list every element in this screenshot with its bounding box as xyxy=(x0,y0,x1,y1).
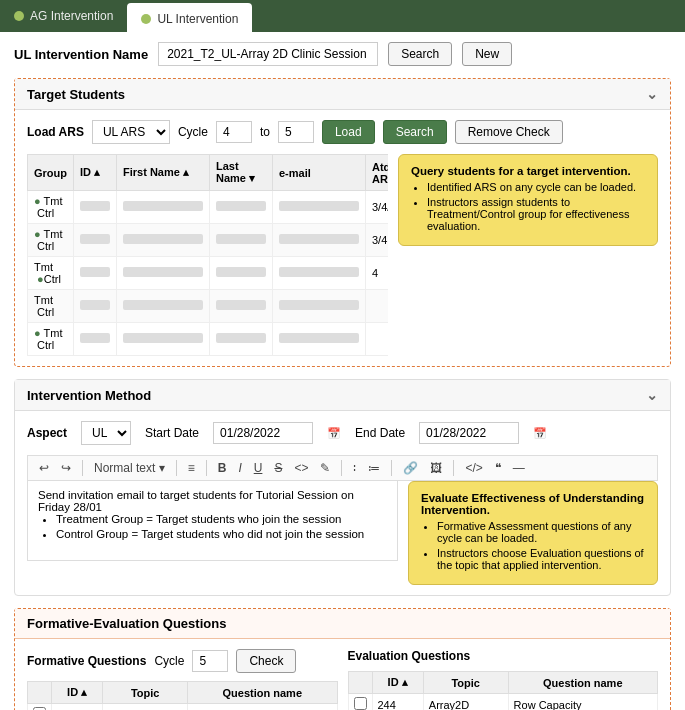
undo-btn[interactable]: ↩ xyxy=(36,460,52,476)
aspect-select[interactable]: UL xyxy=(81,421,131,445)
cell-email xyxy=(273,323,366,356)
eq-check[interactable] xyxy=(348,694,372,711)
cell-firstname xyxy=(117,290,210,323)
cell-firstname xyxy=(117,323,210,356)
fq-name: Reverse Print xyxy=(188,704,337,711)
intervention-tooltip-title: Evaluate Effectiveness of Understanding … xyxy=(421,492,644,516)
load-button[interactable]: Load xyxy=(322,120,375,144)
table-row: ● Tmt Ctrl xyxy=(28,323,389,356)
dash-btn[interactable]: — xyxy=(510,460,528,476)
cell-group: ● Tmt Ctrl xyxy=(28,191,74,224)
formative-row: Formative Questions Cycle Check ID ▴ Top… xyxy=(27,649,658,710)
students-table-container: Group ID ▴ First Name ▴ Last Name ▾ e-ma… xyxy=(27,154,658,356)
code-btn[interactable]: <> xyxy=(291,460,311,476)
ars-select[interactable]: UL ARS xyxy=(92,120,170,144)
target-students-body: Load ARS UL ARS Cycle to Load Search Rem… xyxy=(15,110,670,366)
cell-id xyxy=(74,191,117,224)
intervention-method-body: Aspect UL Start Date 📅 End Date 📅 ↩ ↪ No… xyxy=(15,411,670,595)
redo-btn[interactable]: ↪ xyxy=(58,460,74,476)
tooltip-point-1: Identified ARS on any cycle can be loade… xyxy=(427,181,645,193)
tab-ag[interactable]: AG Intervention xyxy=(0,0,127,32)
tab-ul-dot xyxy=(141,14,151,24)
col-lastname: Last Name ▾ xyxy=(210,155,273,191)
eq-topic: Array2D xyxy=(423,694,508,711)
cell-firstname xyxy=(117,191,210,224)
intervention-name-input[interactable] xyxy=(158,42,378,66)
toolbar-sep-1 xyxy=(82,460,83,476)
cell-atdn: 3/4 xyxy=(366,224,389,257)
cell-lastname xyxy=(210,323,273,356)
quote-btn[interactable]: ❝ xyxy=(492,460,504,476)
col-email: e-mail xyxy=(273,155,366,191)
cell-atdn xyxy=(366,323,389,356)
students-table: Group ID ▴ First Name ▴ Last Name ▾ e-ma… xyxy=(27,154,388,356)
cell-id xyxy=(74,257,117,290)
indent-btn[interactable]: ∶ xyxy=(350,460,359,476)
paint-btn[interactable]: ✎ xyxy=(317,460,333,476)
check-button[interactable]: Check xyxy=(236,649,296,673)
tooltip-title: Query students for a target intervention… xyxy=(411,165,631,177)
cell-atdn: 3/4/5 xyxy=(366,191,389,224)
table-row: ● Tmt Ctrl 3/4 1/2 1/2 4 xyxy=(28,224,389,257)
cycle-label: Cycle xyxy=(178,125,208,139)
intervention-method-chevron[interactable]: ⌄ xyxy=(646,387,658,403)
intervention-tooltip-point-2: Instructors choose Evaluation questions … xyxy=(437,547,645,571)
col-id: ID ▴ xyxy=(74,155,117,191)
end-date-input[interactable] xyxy=(419,422,519,444)
col-firstname: First Name ▴ xyxy=(117,155,210,191)
link-btn[interactable]: 🔗 xyxy=(400,460,421,476)
target-students-chevron[interactable]: ⌄ xyxy=(646,86,658,102)
normal-text-btn[interactable]: Normal text ▾ xyxy=(91,460,168,476)
editor-toolbar: ↩ ↪ Normal text ▾ ≡ B I U S <> ✎ ∶ ≔ 🔗 🖼 xyxy=(27,455,658,481)
formative-evaluation-header: Formative-Evaluation Questions xyxy=(15,609,670,639)
start-date-icon: 📅 xyxy=(327,427,341,440)
remove-check-button[interactable]: Remove Check xyxy=(455,120,563,144)
students-table-wrapper: Group ID ▴ First Name ▴ Last Name ▾ e-ma… xyxy=(27,154,388,356)
cell-lastname xyxy=(210,224,273,257)
eq-col-topic: Topic xyxy=(423,672,508,694)
target-students-header: Target Students ⌄ xyxy=(15,79,670,110)
toolbar-sep-3 xyxy=(206,460,207,476)
cycle-to-input[interactable] xyxy=(278,121,314,143)
main-content: UL Intervention Name Search New Target S… xyxy=(0,32,685,710)
numberedlist-btn[interactable]: ≔ xyxy=(365,460,383,476)
editor-line1: Send invitation email to target students… xyxy=(38,489,387,513)
start-date-input[interactable] xyxy=(213,422,313,444)
fq-check[interactable] xyxy=(28,704,52,711)
cycle-from-input[interactable] xyxy=(216,121,252,143)
embed-btn[interactable]: </> xyxy=(462,460,485,476)
bold-btn[interactable]: B xyxy=(215,460,230,476)
search-button[interactable]: Search xyxy=(388,42,452,66)
tab-bar: AG Intervention UL Intervention xyxy=(0,0,685,32)
eq-header: Evaluation Questions xyxy=(348,649,659,663)
end-date-label: End Date xyxy=(355,426,405,440)
intervention-method-section: Intervention Method ⌄ Aspect UL Start Da… xyxy=(14,379,671,596)
toolbar-sep-5 xyxy=(391,460,392,476)
fq-topic: Array1D xyxy=(103,704,188,711)
eq-col-name: Question name xyxy=(508,672,657,694)
image-btn[interactable]: 🖼 xyxy=(427,460,445,476)
cell-id xyxy=(74,323,117,356)
search-ars-button[interactable]: Search xyxy=(383,120,447,144)
fq-col-topic: Topic xyxy=(103,682,188,704)
strikethrough-btn[interactable]: S xyxy=(271,460,285,476)
aspect-label: Aspect xyxy=(27,426,67,440)
editor-content[interactable]: Send invitation email to target students… xyxy=(27,481,398,561)
fq-col-check xyxy=(28,682,52,704)
fq-row: 211 Array1D Reverse Print xyxy=(28,704,338,711)
cell-email xyxy=(273,257,366,290)
cycle-to-label: to xyxy=(260,125,270,139)
header-row: UL Intervention Name Search New xyxy=(14,42,671,66)
intervention-name-label: UL Intervention Name xyxy=(14,47,148,62)
cell-email xyxy=(273,290,366,323)
target-students-section: Target Students ⌄ Load ARS UL ARS Cycle … xyxy=(14,78,671,367)
list-btn[interactable]: ≡ xyxy=(185,460,198,476)
italic-btn[interactable]: I xyxy=(235,460,244,476)
cell-id xyxy=(74,224,117,257)
eq-name: Row Capacity xyxy=(508,694,657,711)
fq-cycle-input[interactable] xyxy=(192,650,228,672)
intervention-method-header: Intervention Method ⌄ xyxy=(15,380,670,411)
new-button[interactable]: New xyxy=(462,42,512,66)
underline-btn[interactable]: U xyxy=(251,460,266,476)
tab-ul[interactable]: UL Intervention xyxy=(127,3,252,35)
